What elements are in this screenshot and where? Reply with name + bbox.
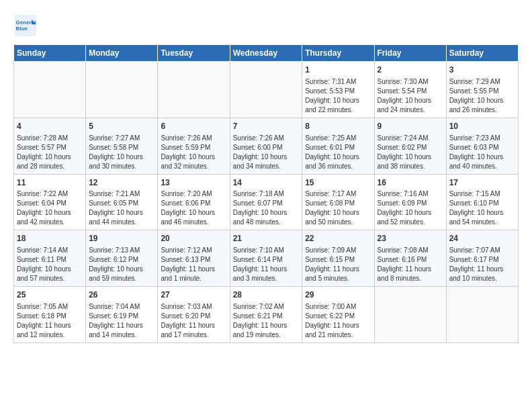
calendar-cell: 14Sunrise: 7:18 AM Sunset: 6:07 PM Dayli… — [230, 174, 302, 230]
day-number: 17 — [449, 177, 515, 189]
day-number: 3 — [449, 64, 515, 76]
day-number: 23 — [378, 233, 443, 244]
day-info: Sunrise: 7:03 AM Sunset: 6:20 PM Dayligh… — [161, 302, 226, 340]
day-info: Sunrise: 7:10 AM Sunset: 6:14 PM Dayligh… — [233, 246, 300, 283]
day-info: Sunrise: 7:05 AM Sunset: 6:18 PM Dayligh… — [17, 302, 83, 340]
day-number: 22 — [305, 233, 371, 244]
calendar-cell: 5Sunrise: 7:27 AM Sunset: 5:58 PM Daylig… — [86, 118, 158, 174]
dow-header-friday: Friday — [374, 45, 446, 62]
day-number: 7 — [233, 121, 300, 132]
day-info: Sunrise: 7:23 AM Sunset: 6:03 PM Dayligh… — [449, 134, 515, 171]
day-number: 16 — [378, 177, 443, 189]
day-number: 29 — [305, 289, 371, 301]
day-info: Sunrise: 7:27 AM Sunset: 5:58 PM Dayligh… — [89, 134, 154, 171]
day-info: Sunrise: 7:21 AM Sunset: 6:05 PM Dayligh… — [89, 189, 154, 227]
day-info: Sunrise: 7:28 AM Sunset: 5:57 PM Dayligh… — [17, 134, 83, 171]
day-info: Sunrise: 7:29 AM Sunset: 5:55 PM Dayligh… — [449, 77, 515, 115]
day-info: Sunrise: 7:00 AM Sunset: 6:22 PM Dayligh… — [305, 302, 371, 340]
day-number: 18 — [17, 233, 83, 244]
day-number: 19 — [89, 233, 154, 244]
day-number: 9 — [378, 121, 443, 132]
dow-header-tuesday: Tuesday — [158, 45, 230, 62]
calendar-cell: 7Sunrise: 7:26 AM Sunset: 6:00 PM Daylig… — [230, 118, 302, 174]
day-number: 27 — [161, 289, 226, 301]
day-info: Sunrise: 7:17 AM Sunset: 6:08 PM Dayligh… — [305, 189, 371, 227]
day-info: Sunrise: 7:26 AM Sunset: 6:00 PM Dayligh… — [233, 134, 300, 171]
day-info: Sunrise: 7:09 AM Sunset: 6:15 PM Dayligh… — [305, 246, 371, 283]
day-info: Sunrise: 7:20 AM Sunset: 6:06 PM Dayligh… — [161, 189, 226, 227]
dow-header-saturday: Saturday — [446, 45, 518, 62]
svg-text:Blue: Blue — [16, 26, 28, 32]
calendar-cell: 10Sunrise: 7:23 AM Sunset: 6:03 PM Dayli… — [446, 118, 518, 174]
day-info: Sunrise: 7:04 AM Sunset: 6:19 PM Dayligh… — [89, 302, 154, 340]
calendar-cell: 17Sunrise: 7:15 AM Sunset: 6:10 PM Dayli… — [446, 174, 518, 230]
calendar-cell — [86, 62, 158, 118]
day-info: Sunrise: 7:24 AM Sunset: 6:02 PM Dayligh… — [378, 134, 443, 171]
day-info: Sunrise: 7:16 AM Sunset: 6:09 PM Dayligh… — [378, 189, 443, 227]
calendar-cell: 24Sunrise: 7:07 AM Sunset: 6:17 PM Dayli… — [446, 230, 518, 287]
calendar-cell: 18Sunrise: 7:14 AM Sunset: 6:11 PM Dayli… — [14, 230, 86, 287]
day-number: 21 — [233, 233, 300, 244]
calendar-cell — [230, 62, 302, 118]
calendar-cell: 6Sunrise: 7:26 AM Sunset: 5:59 PM Daylig… — [158, 118, 230, 174]
day-number: 8 — [305, 121, 371, 132]
calendar-cell: 13Sunrise: 7:20 AM Sunset: 6:06 PM Dayli… — [158, 174, 230, 230]
calendar-cell: 3Sunrise: 7:29 AM Sunset: 5:55 PM Daylig… — [446, 62, 518, 118]
day-info: Sunrise: 7:13 AM Sunset: 6:12 PM Dayligh… — [89, 246, 154, 283]
calendar-cell: 4Sunrise: 7:28 AM Sunset: 5:57 PM Daylig… — [14, 118, 86, 174]
day-info: Sunrise: 7:07 AM Sunset: 6:17 PM Dayligh… — [449, 246, 515, 283]
day-number: 13 — [161, 177, 226, 189]
day-number: 26 — [89, 289, 154, 301]
day-info: Sunrise: 7:02 AM Sunset: 6:21 PM Dayligh… — [233, 302, 300, 340]
day-info: Sunrise: 7:31 AM Sunset: 5:53 PM Dayligh… — [305, 77, 371, 115]
calendar-cell: 23Sunrise: 7:08 AM Sunset: 6:16 PM Dayli… — [374, 230, 446, 287]
dow-header-sunday: Sunday — [14, 45, 86, 62]
day-number: 12 — [89, 177, 154, 189]
day-number: 10 — [449, 121, 515, 132]
day-info: Sunrise: 7:25 AM Sunset: 6:01 PM Dayligh… — [305, 134, 371, 171]
day-number: 14 — [233, 177, 300, 189]
calendar-cell: 2Sunrise: 7:30 AM Sunset: 5:54 PM Daylig… — [374, 62, 446, 118]
calendar-cell — [446, 287, 518, 343]
calendar-cell: 8Sunrise: 7:25 AM Sunset: 6:01 PM Daylig… — [302, 118, 374, 174]
calendar-cell: 26Sunrise: 7:04 AM Sunset: 6:19 PM Dayli… — [86, 287, 158, 343]
calendar-cell: 21Sunrise: 7:10 AM Sunset: 6:14 PM Dayli… — [230, 230, 302, 287]
calendar-cell: 19Sunrise: 7:13 AM Sunset: 6:12 PM Dayli… — [86, 230, 158, 287]
calendar-cell — [14, 62, 86, 118]
calendar-cell: 22Sunrise: 7:09 AM Sunset: 6:15 PM Dayli… — [302, 230, 374, 287]
day-info: Sunrise: 7:22 AM Sunset: 6:04 PM Dayligh… — [17, 189, 83, 227]
day-number: 4 — [17, 121, 83, 132]
day-number: 2 — [378, 64, 443, 76]
calendar-cell: 29Sunrise: 7:00 AM Sunset: 6:22 PM Dayli… — [302, 287, 374, 343]
calendar-cell: 16Sunrise: 7:16 AM Sunset: 6:09 PM Dayli… — [374, 174, 446, 230]
calendar-cell: 25Sunrise: 7:05 AM Sunset: 6:18 PM Dayli… — [14, 287, 86, 343]
day-info: Sunrise: 7:14 AM Sunset: 6:11 PM Dayligh… — [17, 246, 83, 283]
calendar-cell: 1Sunrise: 7:31 AM Sunset: 5:53 PM Daylig… — [302, 62, 374, 118]
calendar-cell: 9Sunrise: 7:24 AM Sunset: 6:02 PM Daylig… — [374, 118, 446, 174]
calendar-cell — [374, 287, 446, 343]
day-info: Sunrise: 7:30 AM Sunset: 5:54 PM Dayligh… — [378, 77, 443, 115]
day-number: 24 — [449, 233, 515, 244]
day-number: 15 — [305, 177, 371, 189]
dow-header-wednesday: Wednesday — [230, 45, 302, 62]
day-info: Sunrise: 7:12 AM Sunset: 6:13 PM Dayligh… — [161, 246, 226, 283]
day-info: Sunrise: 7:26 AM Sunset: 5:59 PM Dayligh… — [161, 134, 226, 171]
dow-header-thursday: Thursday — [302, 45, 374, 62]
calendar-cell: 28Sunrise: 7:02 AM Sunset: 6:21 PM Dayli… — [230, 287, 302, 343]
calendar-cell: 27Sunrise: 7:03 AM Sunset: 6:20 PM Dayli… — [158, 287, 230, 343]
day-info: Sunrise: 7:15 AM Sunset: 6:10 PM Dayligh… — [449, 189, 515, 227]
day-number: 20 — [161, 233, 226, 244]
calendar-cell: 15Sunrise: 7:17 AM Sunset: 6:08 PM Dayli… — [302, 174, 374, 230]
day-number: 28 — [233, 289, 300, 301]
dow-header-monday: Monday — [86, 45, 158, 62]
day-number: 6 — [161, 121, 226, 132]
calendar-cell: 11Sunrise: 7:22 AM Sunset: 6:04 PM Dayli… — [14, 174, 86, 230]
calendar-cell: 12Sunrise: 7:21 AM Sunset: 6:05 PM Dayli… — [86, 174, 158, 230]
calendar-cell — [158, 62, 230, 118]
day-info: Sunrise: 7:18 AM Sunset: 6:07 PM Dayligh… — [233, 189, 300, 227]
day-number: 25 — [17, 289, 83, 301]
day-info: Sunrise: 7:08 AM Sunset: 6:16 PM Dayligh… — [378, 246, 443, 283]
calendar-cell: 20Sunrise: 7:12 AM Sunset: 6:13 PM Dayli… — [158, 230, 230, 287]
logo: General Blue — [13, 13, 42, 38]
day-number: 5 — [89, 121, 154, 132]
